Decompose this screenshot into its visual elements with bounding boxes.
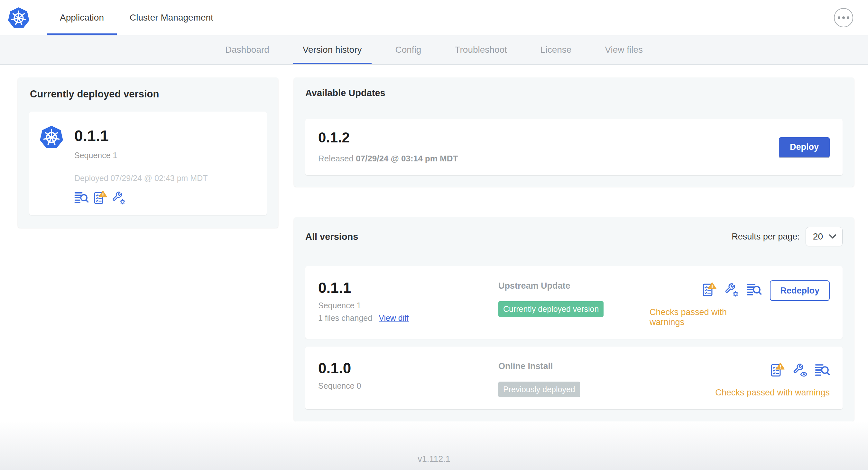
available-update-card: 0.1.2 Released 07/29/24 @ 03:14 pm MDT D… — [305, 119, 843, 175]
row-sequence: Sequence 0 — [318, 381, 498, 391]
preflight-checks-warning-icon[interactable] — [702, 282, 716, 297]
tab-view-files-label: View files — [605, 45, 643, 55]
deployed-sequence: Sequence 1 — [74, 151, 208, 160]
row-action-icons — [770, 363, 830, 377]
released-label: Released — [318, 154, 353, 163]
view-diff-link[interactable]: View diff — [379, 313, 409, 323]
deployed-action-icons — [74, 191, 208, 205]
tab-version-history-label: Version history — [303, 45, 362, 55]
deploy-logs-icon[interactable] — [74, 191, 89, 205]
currently-deployed-panel: Currently deployed version 0.1.1 Sequenc… — [18, 77, 278, 228]
preflight-checks-warning-icon[interactable] — [93, 191, 107, 205]
source-label: Online Install — [498, 361, 650, 371]
redeploy-button[interactable]: Redeploy — [770, 280, 830, 301]
all-versions-panel: All versions Results per page: 20 0.1.1 … — [294, 217, 854, 422]
all-versions-header: All versions Results per page: 20 — [305, 227, 843, 246]
row-action-icons — [702, 282, 762, 297]
icons-and-status: Checks passed with warnings — [650, 280, 762, 327]
currently-deployed-title: Currently deployed version — [30, 89, 267, 100]
version-row-source: Online Install Previously deployed — [498, 361, 650, 397]
tab-license[interactable]: License — [524, 35, 588, 64]
app-subnav: Dashboard Version history Config Trouble… — [0, 35, 868, 65]
tab-troubleshoot[interactable]: Troubleshoot — [438, 35, 523, 64]
tab-view-files[interactable]: View files — [588, 35, 659, 64]
tab-dashboard[interactable]: Dashboard — [209, 35, 286, 64]
deploy-logs-icon[interactable] — [815, 363, 830, 377]
version-row-0-1-0: 0.1.0 Sequence 0 Online Install Previous… — [305, 346, 843, 409]
main-content: Currently deployed version 0.1.1 Sequenc… — [0, 65, 868, 422]
ellipsis-icon — [847, 16, 849, 19]
results-per-page: Results per page: 20 — [732, 227, 843, 246]
app-header: Application Cluster Management — [0, 0, 868, 35]
preflight-checks-warning-icon[interactable] — [770, 363, 785, 377]
files-changed-row: 1 files changed View diff — [318, 313, 498, 323]
released-date: 07/29/24 @ 03:14 pm MDT — [356, 154, 458, 163]
actions-group: Checks passed with warnings Redeploy — [650, 280, 830, 327]
tab-cluster-management[interactable]: Cluster Management — [117, 0, 226, 35]
row-sequence: Sequence 1 — [318, 301, 498, 310]
kubernetes-logo — [8, 0, 30, 35]
deployed-info: 0.1.1 Sequence 1 Deployed 07/29/24 @ 02:… — [74, 125, 208, 205]
version-row-source: Upstream Update Currently deployed versi… — [498, 280, 650, 317]
tab-cluster-management-label: Cluster Management — [130, 12, 213, 23]
files-changed-label: 1 files changed — [318, 313, 372, 323]
source-label: Upstream Update — [498, 281, 650, 291]
more-options-button[interactable] — [834, 8, 853, 27]
available-updates-title: Available Updates — [305, 88, 843, 98]
deployed-version-number: 0.1.1 — [74, 128, 208, 144]
currently-deployed-card: 0.1.1 Sequence 1 Deployed 07/29/24 @ 02:… — [29, 111, 267, 215]
ellipsis-icon — [838, 16, 840, 19]
kubernetes-logo-icon — [8, 7, 30, 29]
results-per-page-label: Results per page: — [732, 232, 800, 242]
tab-application-label: Application — [60, 12, 104, 23]
tab-config-label: Config — [395, 45, 422, 55]
app-kubernetes-icon — [39, 125, 63, 149]
tab-dashboard-label: Dashboard — [225, 45, 269, 55]
preflight-status-text: Checks passed with warnings — [650, 307, 762, 327]
update-released-timestamp: Released 07/29/24 @ 03:14 pm MDT — [318, 154, 458, 164]
all-versions-title: All versions — [305, 231, 358, 242]
tab-config[interactable]: Config — [379, 35, 438, 64]
deployed-status-badge: Previously deployed — [498, 381, 580, 397]
update-version-number: 0.1.2 — [318, 131, 458, 145]
deploy-button[interactable]: Deploy — [779, 137, 830, 157]
update-info: 0.1.2 Released 07/29/24 @ 03:14 pm MDT — [318, 131, 458, 164]
version-row-actions: Checks passed with warnings — [650, 361, 830, 398]
preflight-status-text: Checks passed with warnings — [715, 388, 830, 398]
results-per-page-value: 20 — [813, 231, 823, 242]
deployed-status-badge: Currently deployed version — [498, 301, 603, 317]
tab-license-label: License — [540, 45, 572, 55]
tab-version-history[interactable]: Version history — [286, 35, 379, 64]
version-row-info: 0.1.0 Sequence 0 — [318, 361, 498, 391]
tab-application[interactable]: Application — [47, 0, 117, 35]
deploy-logs-icon[interactable] — [747, 282, 762, 297]
header-tabs: Application Cluster Management — [47, 0, 226, 35]
right-column: Available Updates 0.1.2 Released 07/29/2… — [294, 77, 854, 422]
tab-troubleshoot-label: Troubleshoot — [455, 45, 507, 55]
version-row-actions: Checks passed with warnings Redeploy — [650, 280, 830, 327]
version-row-0-1-1: 0.1.1 Sequence 1 1 files changed View di… — [305, 266, 843, 339]
edit-config-icon[interactable] — [724, 282, 739, 297]
version-row-info: 0.1.1 Sequence 1 1 files changed View di… — [318, 280, 498, 323]
ellipsis-icon — [842, 16, 845, 19]
deployed-timestamp: Deployed 07/29/24 @ 02:43 pm MDT — [74, 174, 208, 183]
view-config-icon[interactable] — [793, 363, 807, 377]
row-version-number: 0.1.1 — [318, 280, 498, 295]
results-per-page-select[interactable]: 20 — [806, 227, 843, 246]
chevron-down-icon — [829, 234, 836, 239]
available-updates-panel: Available Updates 0.1.2 Released 07/29/2… — [294, 77, 854, 187]
row-version-number: 0.1.0 — [318, 361, 498, 375]
page-footer: v1.112.1 — [0, 422, 868, 470]
console-version: v1.112.1 — [417, 454, 451, 464]
edit-config-icon[interactable] — [112, 191, 126, 205]
